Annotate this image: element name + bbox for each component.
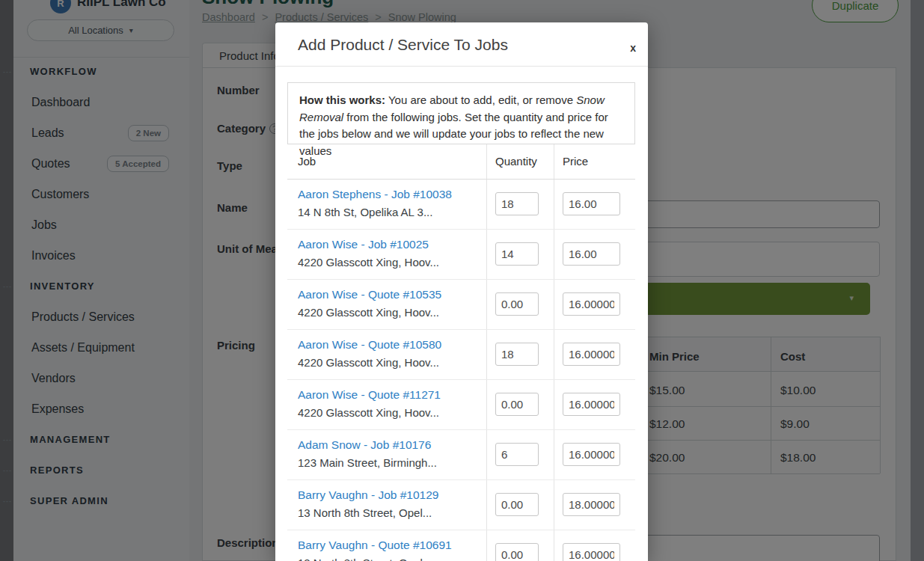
job-column-header: Job bbox=[298, 155, 316, 168]
job-link[interactable]: Aaron Wise - Quote #10580 bbox=[298, 338, 441, 352]
price-input[interactable] bbox=[563, 393, 620, 416]
price-input[interactable] bbox=[563, 443, 620, 466]
job-address: 123 Main Street, Birmingh... bbox=[298, 456, 437, 469]
price-input[interactable] bbox=[563, 242, 620, 266]
quantity-input[interactable] bbox=[495, 493, 539, 516]
job-link[interactable]: Barry Vaughn - Quote #10691 bbox=[298, 539, 452, 552]
job-row: Aaron Wise - Quote #105354220 Glasscott … bbox=[287, 280, 635, 330]
job-link[interactable]: Aaron Stephens - Job #10038 bbox=[298, 188, 452, 201]
price-input[interactable] bbox=[563, 343, 620, 366]
job-row: Aaron Stephens - Job #1003814 N 8th St, … bbox=[287, 180, 635, 230]
job-row: Adam Snow - Job #10176123 Main Street, B… bbox=[287, 430, 635, 480]
quantity-input[interactable] bbox=[495, 543, 539, 561]
modal-title: Add Product / Service To Jobs bbox=[298, 36, 508, 54]
job-link[interactable]: Barry Vaughn - Job #10129 bbox=[298, 488, 438, 502]
price-input[interactable] bbox=[563, 292, 620, 316]
job-address: 14 N 8th St, Opelika AL 3... bbox=[298, 206, 432, 218]
job-address: 4220 Glasscott Xing, Hoov... bbox=[298, 356, 439, 369]
quantity-column-header: Quantity bbox=[495, 155, 537, 168]
job-row: Barry Vaughn - Quote #1069113 North 8th … bbox=[287, 530, 635, 561]
quantity-input[interactable] bbox=[495, 343, 539, 366]
job-row: Aaron Wise - Job #100254220 Glasscott Xi… bbox=[287, 230, 635, 280]
jobs-table-header: Job Quantity Price bbox=[287, 144, 635, 180]
job-address: 13 North 8th Street, Opel... bbox=[298, 506, 432, 519]
add-product-service-modal: Add Product / Service To Jobs x How this… bbox=[275, 22, 648, 561]
quantity-input[interactable] bbox=[495, 292, 539, 316]
price-input[interactable] bbox=[563, 493, 620, 516]
modal-header-divider bbox=[275, 66, 648, 67]
job-address: 4220 Glasscott Xing, Hoov... bbox=[298, 306, 439, 319]
job-link[interactable]: Aaron Wise - Quote #10535 bbox=[298, 288, 441, 301]
job-link[interactable]: Adam Snow - Job #10176 bbox=[298, 438, 431, 452]
jobs-table: Job Quantity Price Aaron Stephens - Job … bbox=[287, 144, 635, 561]
quantity-input[interactable] bbox=[495, 443, 539, 466]
job-row: Aaron Wise - Quote #105804220 Glasscott … bbox=[287, 330, 635, 380]
job-address: 4220 Glasscott Xing, Hoov... bbox=[298, 256, 439, 269]
price-column-header: Price bbox=[563, 155, 588, 168]
price-input[interactable] bbox=[563, 192, 620, 215]
close-icon[interactable]: x bbox=[630, 42, 636, 54]
quantity-input[interactable] bbox=[495, 242, 539, 266]
job-row: Aaron Wise - Quote #112714220 Glasscott … bbox=[287, 380, 635, 430]
job-address: 13 North 8th Street, Opel... bbox=[298, 557, 432, 561]
job-address: 4220 Glasscott Xing, Hoov... bbox=[298, 406, 439, 419]
job-link[interactable]: Aaron Wise - Quote #11271 bbox=[298, 388, 441, 402]
price-input[interactable] bbox=[563, 543, 620, 561]
how-this-works-note: How this works: You are about to add, ed… bbox=[287, 82, 635, 144]
job-row: Barry Vaughn - Job #1012913 North 8th St… bbox=[287, 480, 635, 530]
quantity-input[interactable] bbox=[495, 393, 539, 416]
quantity-input[interactable] bbox=[495, 192, 539, 215]
job-link[interactable]: Aaron Wise - Job #10025 bbox=[298, 238, 429, 251]
